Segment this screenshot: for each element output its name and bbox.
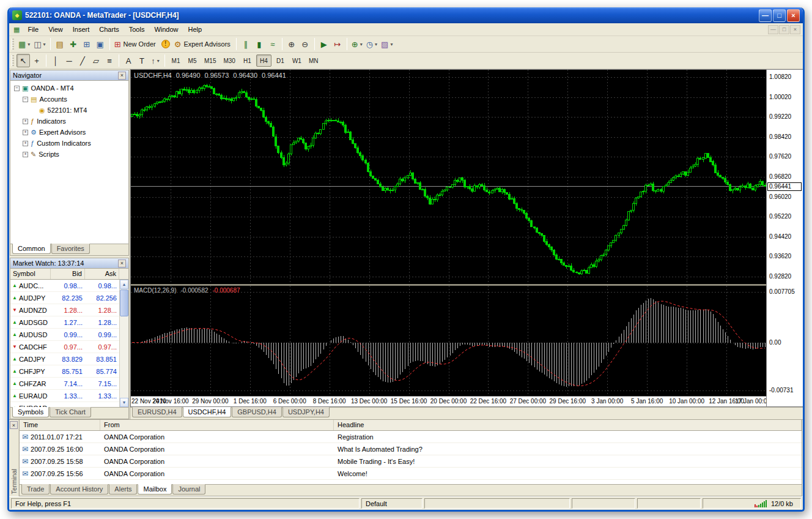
terminal-tab-account-history[interactable]: Account History [50,484,108,495]
tree-item-scripts[interactable]: +✎Scripts [10,149,128,160]
bar-chart-button[interactable]: ∥ [239,37,253,51]
chart-tab-gbpusd-h4[interactable]: GBPUSD,H4 [232,407,282,417]
label-tool[interactable]: T [135,54,149,67]
toolbar-grip[interactable] [12,55,14,66]
candlestick-chart-button[interactable]: ▮ [253,37,266,51]
horizontal-line-tool[interactable]: ─ [62,54,76,67]
menu-insert[interactable]: Insert [68,24,95,34]
mailbox-row[interactable]: ✉2007.09.25 15:58OANDA CorporationMobile… [20,455,802,468]
zoom-in-button[interactable]: ⊕ [285,37,298,51]
indicators-button[interactable]: ⊕▾ [350,37,364,51]
headline-column-header[interactable]: Headline [334,420,802,430]
vertical-line-tool[interactable]: │ [49,54,62,67]
symbol-column-header[interactable]: Symbol [10,269,51,279]
new-chart-button[interactable]: ▦▾ [17,37,32,51]
menu-window[interactable]: Window [149,24,183,34]
timeframe-m30[interactable]: M30 [220,54,238,67]
market-watch-toggle[interactable]: ▤ [53,37,67,51]
minimize-button[interactable]: — [759,9,772,22]
ask-column-header[interactable]: Ask [85,269,119,279]
metaquotes-alert-button[interactable]: ! [159,37,172,51]
collapse-minus-icon[interactable]: − [23,97,28,102]
scrollbar-track[interactable] [120,289,128,398]
navigator-tab-common[interactable]: Common [12,244,51,254]
terminal-close-icon[interactable]: × [10,421,18,429]
mailbox-row[interactable]: ✉2007.09.25 15:56OANDA CorporationWelcom… [20,468,802,480]
mailbox-row[interactable]: ✉2011.01.07 17:21OANDA CorporationRegist… [20,431,802,443]
macd-indicator-pane[interactable]: MACD(12,26,9) -0.000582 -0.000687 [131,286,766,396]
data-window-toggle[interactable]: ✚ [67,37,80,51]
close-button[interactable]: × [787,9,800,22]
text-tool[interactable]: A [122,54,135,67]
terminal-tab-trade[interactable]: Trade [21,484,50,495]
terminal-tab-journal[interactable]: Journal [172,484,205,495]
timeframe-m1[interactable]: M1 [168,54,183,67]
timeframe-d1[interactable]: D1 [273,54,288,67]
expand-plus-icon[interactable]: + [23,130,28,135]
line-chart-button[interactable]: ≈ [266,37,279,51]
terminal-toggle[interactable]: ▣ [94,37,107,51]
maximize-button[interactable]: □ [773,9,786,22]
menu-file[interactable]: File [23,24,43,34]
market-watch-row-euraud[interactable]: ▲EURAUD1.33...1.33... [10,390,119,402]
tree-item-522101-mt4[interactable]: ◉522101: MT4 [10,105,128,116]
child-close-button[interactable]: × [790,25,800,34]
navigator-toggle[interactable]: ⊞ [80,37,94,51]
zoom-out-button[interactable]: ⊖ [298,37,312,51]
chart-shift-toggle[interactable]: ↦ [331,37,344,51]
market-watch-row-cadchf[interactable]: ▼CADCHF0.97...0.97... [10,341,119,353]
market-watch-row-audusd[interactable]: ▲AUDUSD0.99...0.99... [10,329,119,341]
periods-button[interactable]: ◷▾ [364,37,379,51]
menu-charts[interactable]: Charts [94,24,124,34]
collapse-minus-icon[interactable]: − [14,86,20,91]
market-watch-tab-tick-chart[interactable]: Tick Chart [50,407,91,417]
terminal-tab-alerts[interactable]: Alerts [109,484,137,495]
navigator-close-icon[interactable]: × [118,72,126,80]
navigator-tab-favorites[interactable]: Favorites [51,244,90,254]
market-watch-row-audjpy[interactable]: ▲AUDJPY82.23582.256 [10,292,119,304]
chart-tab-usdjpy-h4[interactable]: USDJPY,H4 [282,407,330,417]
market-watch-scrollbar[interactable]: ▲ ▼ [119,280,128,407]
price-chart-pane[interactable]: USDCHF,H4 0.96490 0.96573 0.96430 0.9644… [131,70,766,284]
menu-view[interactable]: View [43,24,68,34]
scroll-up-icon[interactable]: ▲ [120,280,128,289]
templates-button[interactable]: ▨▾ [379,37,394,51]
chart-tab-usdchf-h4[interactable]: USDCHF,H4 [183,407,232,417]
child-restore-button[interactable]: □ [779,25,789,34]
expert-advisors-button[interactable]: ⚙Expert Advisors [172,37,234,51]
child-minimize-button[interactable]: — [768,25,778,34]
timeframe-m15[interactable]: M15 [201,54,219,67]
market-watch-row-chfzar[interactable]: ▲CHFZAR7.14...7.15... [10,378,119,390]
channel-tool[interactable]: ▱ [89,54,103,67]
profiles-button[interactable]: ◫▾ [32,37,47,51]
bid-column-header[interactable]: Bid [51,269,85,279]
timeframe-w1[interactable]: W1 [289,54,304,67]
scrollbar-thumb[interactable] [120,289,128,316]
expand-plus-icon[interactable]: + [23,152,28,157]
market-watch-row-chfjpy[interactable]: ▲CHFJPY85.75185.774 [10,365,119,378]
market-watch-row-cadjpy[interactable]: ▲CADJPY83.82983.851 [10,353,119,365]
timeframe-m5[interactable]: M5 [185,54,200,67]
status-profile[interactable]: Default [361,498,423,509]
mailbox-row[interactable]: ✉2007.09.25 16:00OANDA CorporationWhat I… [20,443,802,455]
tree-item-accounts[interactable]: −▤Accounts [10,94,128,105]
tree-item-oanda-mt4[interactable]: −▣OANDA - MT4 [10,83,128,94]
market-watch-row-audnzd[interactable]: ▼AUDNZD1.28...1.28... [10,304,119,316]
timeframe-h4[interactable]: H4 [256,54,271,67]
crosshair-tool[interactable]: + [30,54,43,67]
new-order-button[interactable]: ⊞New Order [113,37,159,51]
market-watch-row-audc[interactable]: ▲AUDC...0.98...0.98... [10,280,119,292]
arrows-tool[interactable]: ↑▾ [149,54,162,67]
market-watch-row-eurcad[interactable]: ▲EURCAD [10,402,119,407]
tree-item-indicators[interactable]: +ƒIndicators [10,116,128,127]
menu-help[interactable]: Help [183,24,207,34]
scroll-down-icon[interactable]: ▼ [120,398,128,407]
time-column-header[interactable]: Time [20,420,100,430]
chart-tab-eurusd-h4[interactable]: EURUSD,H4 [132,407,182,417]
market-watch-close-icon[interactable]: × [118,260,126,267]
terminal-tab-mailbox[interactable]: Mailbox [138,484,172,495]
expand-plus-icon[interactable]: + [23,119,28,124]
tree-item-custom-indicators[interactable]: +ƒCustom Indicators [10,138,128,149]
auto-scroll-toggle[interactable]: ▶ [317,37,331,51]
market-watch-row-audsgd[interactable]: ▲AUDSGD1.27...1.28... [10,316,119,329]
